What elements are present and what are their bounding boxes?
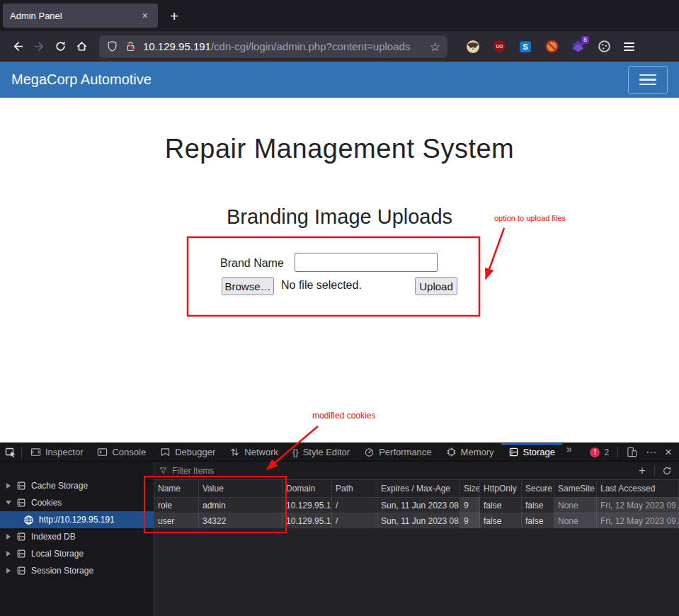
tab-network[interactable]: Network bbox=[222, 443, 285, 461]
cell-httponly[interactable]: false bbox=[480, 513, 522, 528]
expand-arrow-icon[interactable] bbox=[6, 534, 11, 540]
tab-close-icon[interactable]: × bbox=[139, 10, 151, 21]
back-button[interactable] bbox=[7, 36, 28, 57]
filter-items-input[interactable] bbox=[172, 466, 630, 476]
column-header[interactable]: Secure bbox=[522, 480, 554, 497]
forward-button[interactable] bbox=[28, 36, 50, 57]
more-tabs-button[interactable]: » bbox=[562, 443, 576, 461]
column-header[interactable]: Size bbox=[460, 480, 480, 497]
tab-storage[interactable]: Storage bbox=[501, 443, 563, 461]
devtools-toolbar-right: ! 2 ⋯ × bbox=[590, 446, 679, 459]
cell-samesite[interactable]: None bbox=[554, 513, 597, 528]
cookie-row-role[interactable]: role admin 10.129.95.191 / Sun, 11 Jun 2… bbox=[154, 497, 679, 513]
add-item-button[interactable]: + bbox=[634, 464, 650, 478]
tab-style-editor[interactable]: {} Style Editor bbox=[285, 443, 357, 461]
filter-funnel-icon bbox=[159, 466, 168, 475]
sidebar-item-session-storage[interactable]: Session Storage bbox=[0, 562, 154, 579]
cell-path[interactable]: / bbox=[332, 497, 377, 513]
expand-arrow-icon[interactable] bbox=[6, 568, 11, 574]
sidebar-item-cookie-host[interactable]: http://10.129.95.191 bbox=[0, 511, 154, 528]
home-icon bbox=[76, 40, 88, 52]
sidebar-item-cache-storage[interactable]: Cache Storage bbox=[0, 477, 154, 494]
column-header[interactable]: Value bbox=[199, 480, 283, 497]
cell-size[interactable]: 9 bbox=[460, 497, 480, 513]
column-header[interactable]: Domain bbox=[283, 480, 332, 497]
cell-httponly[interactable]: false bbox=[480, 497, 522, 513]
devtools-menu-button[interactable]: ⋯ bbox=[646, 446, 656, 459]
home-button[interactable] bbox=[71, 36, 92, 57]
ublock-origin-extension-icon[interactable]: UO bbox=[492, 40, 506, 54]
tab-debugger[interactable]: Debugger bbox=[153, 443, 222, 461]
browser-tab[interactable]: Admin Panel × bbox=[3, 4, 158, 28]
foxyproxy-extension-icon[interactable] bbox=[466, 40, 480, 54]
cell-last-accessed[interactable]: Fri, 12 May 2023 09… bbox=[597, 497, 679, 513]
brand-name-input[interactable] bbox=[295, 253, 438, 272]
memory-icon bbox=[446, 447, 457, 457]
shield-icon[interactable] bbox=[106, 40, 118, 52]
expand-arrow-icon[interactable] bbox=[6, 483, 11, 489]
column-header[interactable]: Name bbox=[154, 480, 199, 497]
responsive-design-mode-button[interactable] bbox=[627, 447, 637, 457]
reload-button[interactable] bbox=[50, 36, 71, 57]
cell-name[interactable]: user bbox=[154, 513, 199, 528]
cookie-filter-bar: + bbox=[154, 462, 679, 480]
tab-memory[interactable]: Memory bbox=[439, 443, 501, 461]
cell-value[interactable]: 34322 bbox=[199, 513, 283, 528]
tab-performance[interactable]: Performance bbox=[357, 443, 438, 461]
browser-menu-button[interactable] bbox=[624, 42, 634, 51]
devtools-tabs: Inspector Console Debugger Network {} St… bbox=[23, 443, 576, 461]
browser-nav-toolbar: 10.129.95.191/cdn-cgi/login/admin.php?co… bbox=[0, 31, 679, 62]
expand-arrow-icon[interactable] bbox=[6, 551, 11, 557]
responsive-mode-icon bbox=[627, 447, 637, 457]
cell-expires[interactable]: Sun, 11 Jun 2023 08… bbox=[377, 513, 460, 528]
cell-name[interactable]: role bbox=[154, 497, 199, 513]
browse-file-button[interactable]: Browse… bbox=[222, 277, 274, 295]
upload-button[interactable]: Upload bbox=[415, 277, 457, 295]
error-badge-icon[interactable]: ! bbox=[590, 447, 600, 457]
collapse-arrow-icon[interactable] bbox=[6, 501, 11, 505]
column-header[interactable]: Last Accessed bbox=[597, 480, 679, 497]
cell-path[interactable]: / bbox=[332, 513, 377, 528]
cell-domain[interactable]: 10.129.95.191 bbox=[283, 497, 332, 513]
column-header[interactable]: Path bbox=[332, 480, 377, 497]
cell-secure[interactable]: false bbox=[522, 497, 554, 513]
cell-last-accessed[interactable]: Fri, 12 May 2023 09… bbox=[597, 513, 679, 528]
section-title: Branding Image Uploads bbox=[0, 205, 679, 229]
cell-secure[interactable]: false bbox=[522, 513, 554, 528]
pick-element-button[interactable] bbox=[0, 443, 21, 461]
forward-icon bbox=[33, 40, 45, 52]
cell-size[interactable]: 9 bbox=[460, 513, 480, 528]
sidebar-item-indexed-db[interactable]: Indexed DB bbox=[0, 528, 154, 545]
cell-value[interactable]: admin bbox=[199, 497, 283, 513]
braces-icon: {} bbox=[292, 447, 299, 457]
s-extension-icon[interactable]: S bbox=[518, 40, 532, 54]
url-bar[interactable]: 10.129.95.191/cdn-cgi/login/admin.php?co… bbox=[99, 35, 447, 58]
storage-type-icon bbox=[16, 566, 26, 576]
insecure-lock-icon[interactable] bbox=[125, 40, 137, 52]
new-tab-button[interactable]: + bbox=[170, 8, 178, 23]
tab-console[interactable]: Console bbox=[90, 443, 153, 461]
sidebar-item-cookies[interactable]: Cookies bbox=[0, 494, 154, 511]
tab-inspector[interactable]: Inspector bbox=[23, 443, 90, 461]
cookie-blocker-extension-icon[interactable] bbox=[544, 40, 559, 54]
site-navbar: MegaCorp Automotive bbox=[0, 62, 679, 98]
extension-strip: UO S 8 bbox=[466, 40, 611, 54]
wappalyzer-extension-icon[interactable]: 8 bbox=[571, 40, 585, 54]
cookie-row-user[interactable]: user 34322 10.129.95.191 / Sun, 11 Jun 2… bbox=[154, 513, 679, 528]
column-header[interactable]: Expires / Max-Age bbox=[377, 480, 460, 497]
cookie-editor-extension-icon[interactable] bbox=[597, 40, 611, 54]
navbar-toggler-button[interactable] bbox=[628, 66, 668, 94]
sidebar-item-local-storage[interactable]: Local Storage bbox=[0, 545, 154, 562]
refresh-items-button[interactable] bbox=[659, 466, 675, 476]
devtools-close-button[interactable]: × bbox=[665, 446, 672, 458]
column-header[interactable]: SameSite bbox=[554, 480, 597, 497]
cell-samesite[interactable]: None bbox=[554, 497, 597, 513]
cell-domain[interactable]: 10.129.95.191 bbox=[283, 513, 332, 528]
bookmark-star-icon[interactable]: ☆ bbox=[430, 40, 440, 54]
column-header[interactable]: HttpOnly bbox=[480, 480, 522, 497]
url-path: /cdn-cgi/login/admin.php?content=uploads bbox=[211, 40, 410, 52]
cookies-annotation-note: modified cookies bbox=[312, 411, 375, 421]
site-brand[interactable]: MegaCorp Automotive bbox=[11, 72, 152, 88]
cell-expires[interactable]: Sun, 11 Jun 2023 08… bbox=[377, 497, 460, 513]
debugger-icon bbox=[160, 447, 171, 457]
